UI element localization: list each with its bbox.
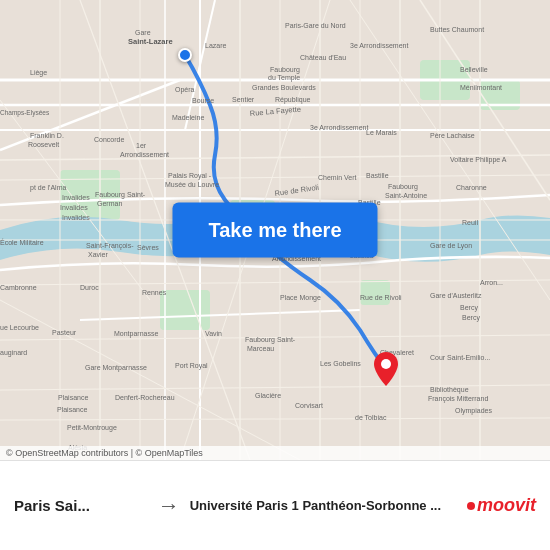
moovit-logo-container: moovit xyxy=(467,495,536,516)
attribution-text: © OpenStreetMap contributors | © OpenMap… xyxy=(0,446,550,460)
svg-text:Sèvres: Sèvres xyxy=(137,244,159,251)
svg-text:Vavin: Vavin xyxy=(205,330,222,337)
svg-text:3e Arrondissement: 3e Arrondissement xyxy=(350,42,408,49)
svg-text:Père Lachaise: Père Lachaise xyxy=(430,132,475,139)
svg-text:Palais Royal -: Palais Royal - xyxy=(168,172,212,180)
svg-text:Faubourg: Faubourg xyxy=(388,183,418,191)
svg-text:Saint-Lazare: Saint-Lazare xyxy=(128,37,173,46)
svg-text:3e Arrondissement: 3e Arrondissement xyxy=(310,124,368,131)
svg-text:Le Marais: Le Marais xyxy=(366,129,397,136)
svg-text:de Tolbiac: de Tolbiac xyxy=(355,414,387,421)
svg-text:Bercy: Bercy xyxy=(460,304,478,312)
map-container: Liège Gare Saint-Lazare Lazare Champs-El… xyxy=(0,0,550,460)
moovit-dot xyxy=(467,502,475,510)
svg-text:Port Royal: Port Royal xyxy=(175,362,208,370)
destination-marker xyxy=(374,352,398,386)
svg-rect-4 xyxy=(360,280,390,305)
svg-text:Liège: Liège xyxy=(30,69,47,77)
svg-text:École Militaire: École Militaire xyxy=(0,238,44,246)
svg-text:Les Gobelins: Les Gobelins xyxy=(320,360,361,367)
svg-text:Xavier: Xavier xyxy=(88,251,109,258)
svg-text:Pasteur: Pasteur xyxy=(52,329,77,336)
svg-text:Lazare: Lazare xyxy=(205,42,227,49)
svg-text:Gare: Gare xyxy=(135,29,151,36)
svg-text:pt de l'Alma: pt de l'Alma xyxy=(30,184,66,192)
svg-text:Concorde: Concorde xyxy=(94,136,124,143)
svg-text:Saint-François-: Saint-François- xyxy=(86,242,134,250)
svg-text:Gare d'Austerlitz: Gare d'Austerlitz xyxy=(430,292,482,299)
svg-text:Bercy: Bercy xyxy=(462,314,480,322)
moovit-logo: moovit xyxy=(467,495,536,516)
svg-text:Buttes Chaumont: Buttes Chaumont xyxy=(430,26,484,33)
svg-text:Plaisance: Plaisance xyxy=(57,406,87,413)
svg-text:Petit-Montrouge: Petit-Montrouge xyxy=(67,424,117,432)
svg-text:Duroc: Duroc xyxy=(80,284,99,291)
svg-text:Bibliothèque: Bibliothèque xyxy=(430,386,469,394)
svg-text:Invalides: Invalides xyxy=(62,214,90,221)
svg-text:Bastille: Bastille xyxy=(366,172,389,179)
svg-text:ue Lecourbe: ue Lecourbe xyxy=(0,324,39,331)
svg-text:Musée du Louvre: Musée du Louvre xyxy=(165,181,219,188)
svg-text:Gare de Lyon: Gare de Lyon xyxy=(430,242,472,250)
svg-text:Roosevelt: Roosevelt xyxy=(28,141,59,148)
svg-text:Opéra: Opéra xyxy=(175,86,195,94)
svg-text:Reuil: Reuil xyxy=(462,219,478,226)
svg-text:Cambronne: Cambronne xyxy=(0,284,37,291)
svg-text:Ménilmontant: Ménilmontant xyxy=(460,84,502,91)
svg-text:auginard: auginard xyxy=(0,349,27,357)
origin-name: Paris Sai... xyxy=(14,497,148,514)
svg-text:François Mitterrand: François Mitterrand xyxy=(428,395,488,403)
svg-text:Corvisart: Corvisart xyxy=(295,402,323,409)
svg-text:Invalides: Invalides xyxy=(62,194,90,201)
destination-name: Université Paris 1 Panthéon-Sorbonne ... xyxy=(190,498,457,513)
svg-text:République: République xyxy=(275,96,311,104)
svg-text:Faubourg Saint-: Faubourg Saint- xyxy=(245,336,296,344)
svg-text:Voltaire  Philippe A: Voltaire Philippe A xyxy=(450,156,507,164)
svg-text:Marceau: Marceau xyxy=(247,345,274,352)
origin-marker xyxy=(178,48,192,62)
svg-text:Gare Montparnasse: Gare Montparnasse xyxy=(85,364,147,372)
bottom-bar: Paris Sai... → Université Paris 1 Panthé… xyxy=(0,460,550,550)
svg-text:Faubourg Saint-: Faubourg Saint- xyxy=(95,191,146,199)
svg-text:Invalides: Invalides xyxy=(60,204,88,211)
svg-text:Madeleine: Madeleine xyxy=(172,114,204,121)
svg-point-125 xyxy=(381,359,391,369)
origin-info: Paris Sai... xyxy=(14,497,148,514)
svg-text:Arrondissement: Arrondissement xyxy=(120,151,169,158)
take-me-there-button[interactable]: Take me there xyxy=(172,203,377,258)
destination-info: Université Paris 1 Panthéon-Sorbonne ... xyxy=(190,498,457,513)
svg-text:Glacière: Glacière xyxy=(255,392,281,399)
svg-text:Place Monge: Place Monge xyxy=(280,294,321,302)
svg-text:Champs-Elysées: Champs-Elysées xyxy=(0,109,50,117)
svg-text:1er: 1er xyxy=(136,142,147,149)
svg-text:Denfert-Rochereau: Denfert-Rochereau xyxy=(115,394,175,401)
svg-text:Chemin Vert: Chemin Vert xyxy=(318,174,357,181)
svg-text:Rennes: Rennes xyxy=(142,289,167,296)
svg-text:Plaisance: Plaisance xyxy=(58,394,88,401)
svg-text:Faubourg: Faubourg xyxy=(270,66,300,74)
svg-text:Arron...: Arron... xyxy=(480,279,503,286)
svg-text:German: German xyxy=(97,200,122,207)
svg-text:Charonne: Charonne xyxy=(456,184,487,191)
svg-text:Grandes Boulevards: Grandes Boulevards xyxy=(252,84,316,91)
svg-text:Paris-Gare du Nord: Paris-Gare du Nord xyxy=(285,22,346,29)
svg-text:Château d'Eau: Château d'Eau xyxy=(300,54,346,61)
arrow-icon: → xyxy=(148,493,190,519)
svg-text:Bourse: Bourse xyxy=(192,97,214,104)
svg-rect-3 xyxy=(160,290,210,330)
svg-text:Franklin D.: Franklin D. xyxy=(30,132,64,139)
svg-text:Montparnasse: Montparnasse xyxy=(114,330,158,338)
svg-text:Sentier: Sentier xyxy=(232,96,255,103)
svg-text:Olympiades: Olympiades xyxy=(455,407,492,415)
svg-text:Saint-Antoine: Saint-Antoine xyxy=(385,192,427,199)
svg-text:Belleville: Belleville xyxy=(460,66,488,73)
svg-text:Cour Saint-Emilio...: Cour Saint-Emilio... xyxy=(430,354,490,361)
svg-text:du Temple: du Temple xyxy=(268,74,300,82)
app: Liège Gare Saint-Lazare Lazare Champs-El… xyxy=(0,0,550,550)
svg-text:Rue de Rivoli: Rue de Rivoli xyxy=(360,294,402,301)
